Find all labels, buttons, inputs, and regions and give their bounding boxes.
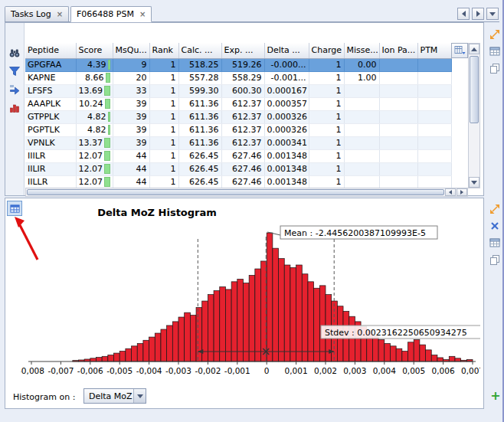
- table-row[interactable]: AAAPLK10.24391611.36612.370.0003571: [25, 97, 451, 110]
- table-cell[interactable]: [344, 84, 379, 97]
- table-cell[interactable]: AAAPLK: [25, 97, 76, 110]
- column-header[interactable]: MsQu...: [113, 43, 149, 58]
- table-cell[interactable]: 33: [113, 84, 149, 97]
- table-cell[interactable]: [417, 123, 451, 136]
- table-cell[interactable]: 627.46: [221, 162, 264, 175]
- table-cell[interactable]: 8.66: [76, 71, 113, 84]
- column-header[interactable]: PTM: [417, 43, 451, 58]
- table-cell[interactable]: 626.45: [178, 149, 221, 162]
- table-cell[interactable]: 4.39: [76, 58, 113, 71]
- table-cell[interactable]: [417, 149, 451, 162]
- display-options-button[interactable]: [7, 201, 22, 216]
- table-cell[interactable]: [379, 175, 417, 188]
- table-settings-icon[interactable]: [488, 44, 501, 57]
- table-cell[interactable]: 9: [113, 58, 149, 71]
- table-cell[interactable]: [344, 97, 379, 110]
- table-cell[interactable]: 1: [149, 162, 178, 175]
- table-cell[interactable]: 627.46: [221, 175, 264, 188]
- table-cell[interactable]: 13.69: [76, 84, 113, 97]
- column-header[interactable]: Score: [76, 43, 113, 58]
- copy-icon[interactable]: [488, 61, 501, 74]
- table-cell[interactable]: 0.000326: [264, 110, 309, 123]
- table-cell[interactable]: [379, 162, 417, 175]
- table-cell[interactable]: 612.37: [221, 136, 264, 149]
- table-cell[interactable]: 12.07: [76, 149, 113, 162]
- table-cell[interactable]: 12.07: [76, 162, 113, 175]
- table-cell[interactable]: 611.36: [178, 123, 221, 136]
- table-row[interactable]: PGPTLK4.82391611.36612.370.0003261: [25, 123, 451, 136]
- table-cell[interactable]: 0.00: [344, 58, 379, 71]
- table-cell[interactable]: 1: [309, 175, 344, 188]
- table-cell[interactable]: [344, 149, 379, 162]
- table-cell[interactable]: [379, 123, 417, 136]
- tab-scroll-right-button[interactable]: [472, 8, 484, 20]
- table-cell[interactable]: 39: [113, 123, 149, 136]
- table-cell[interactable]: 1: [149, 136, 178, 149]
- table-horizontal-scrollbar[interactable]: [25, 188, 468, 197]
- table-cell[interactable]: -0.001...: [264, 71, 309, 84]
- table-cell[interactable]: 0.001348: [264, 149, 309, 162]
- table-cell[interactable]: 0.000357: [264, 97, 309, 110]
- table-row[interactable]: KAPNE8.66201557.28558.29-0.001...11.00: [25, 71, 451, 84]
- table-cell[interactable]: 627.46: [221, 149, 264, 162]
- table-cell[interactable]: 1: [309, 136, 344, 149]
- table-cell[interactable]: [417, 175, 451, 188]
- table-cell[interactable]: 1: [149, 71, 178, 84]
- table-cell[interactable]: [379, 110, 417, 123]
- table-row[interactable]: IILLR12.07441626.45627.460.0013481: [25, 175, 451, 188]
- table-cell[interactable]: 626.45: [178, 162, 221, 175]
- table-cell[interactable]: 0.000326: [264, 123, 309, 136]
- table-cell[interactable]: 518.25: [178, 58, 221, 71]
- table-cell[interactable]: 1: [149, 84, 178, 97]
- table-cell[interactable]: [379, 71, 417, 84]
- scroll-left-button[interactable]: [445, 188, 456, 196]
- table-cell[interactable]: GPGFAA: [25, 58, 76, 71]
- table-cell[interactable]: 612.37: [221, 123, 264, 136]
- table-cell[interactable]: 44: [113, 149, 149, 162]
- table-cell[interactable]: GTPPLK: [25, 110, 76, 123]
- add-button[interactable]: +: [489, 389, 502, 403]
- table-cell[interactable]: 1: [149, 123, 178, 136]
- table-cell[interactable]: 1: [309, 58, 344, 71]
- vertical-scroll-thumb[interactable]: [470, 56, 479, 123]
- table-cell[interactable]: 12.07: [76, 175, 113, 188]
- table-cell[interactable]: 611.36: [178, 110, 221, 123]
- close-icon[interactable]: ×: [57, 11, 63, 18]
- table-cell[interactable]: 1: [149, 58, 178, 71]
- table-cell[interactable]: 612.37: [221, 97, 264, 110]
- table-cell[interactable]: [344, 175, 379, 188]
- table-cell[interactable]: 1: [309, 149, 344, 162]
- table-cell[interactable]: 611.36: [178, 97, 221, 110]
- tab-scroll-left-button[interactable]: [457, 8, 470, 20]
- table-cell[interactable]: 1: [149, 110, 178, 123]
- column-header[interactable]: Calc. ...: [178, 43, 221, 58]
- tab-tasks-log[interactable]: Tasks Log ×: [5, 6, 69, 21]
- column-header[interactable]: Ion Pa...: [379, 43, 417, 58]
- column-header[interactable]: Exp. ...: [221, 43, 264, 58]
- table-cell[interactable]: 1: [149, 97, 178, 110]
- table-row[interactable]: IILIR12.07441626.45627.460.0013481: [25, 162, 451, 175]
- psm-table[interactable]: PeptideScoreMsQu...RankCalc. ...Exp. ...…: [25, 43, 452, 189]
- table-cell[interactable]: 1: [309, 84, 344, 97]
- table-cell[interactable]: [344, 110, 379, 123]
- column-config-button[interactable]: [451, 43, 468, 58]
- table-cell[interactable]: PGPTLK: [25, 123, 76, 136]
- table-cell[interactable]: [379, 149, 417, 162]
- table-row[interactable]: LFSFS13.69331599.30600.300.0001671: [25, 84, 451, 97]
- table-cell[interactable]: IIILR: [25, 149, 76, 162]
- table-cell[interactable]: [417, 84, 451, 97]
- table-cell[interactable]: [417, 97, 451, 110]
- chart-settings-icon[interactable]: [488, 236, 501, 249]
- column-header[interactable]: Misse...: [344, 43, 379, 58]
- table-cell[interactable]: 1: [309, 97, 344, 110]
- table-cell[interactable]: 10.24: [76, 97, 113, 110]
- table-cell[interactable]: 0.001348: [264, 162, 309, 175]
- table-cell[interactable]: 0.000167: [264, 84, 309, 97]
- table-cell[interactable]: [379, 84, 417, 97]
- scroll-up-button[interactable]: [469, 44, 479, 54]
- table-cell[interactable]: KAPNE: [25, 71, 76, 84]
- table-cell[interactable]: [344, 136, 379, 149]
- table-cell[interactable]: -0.000...: [264, 58, 309, 71]
- table-cell[interactable]: 44: [113, 175, 149, 188]
- table-cell[interactable]: [417, 71, 451, 84]
